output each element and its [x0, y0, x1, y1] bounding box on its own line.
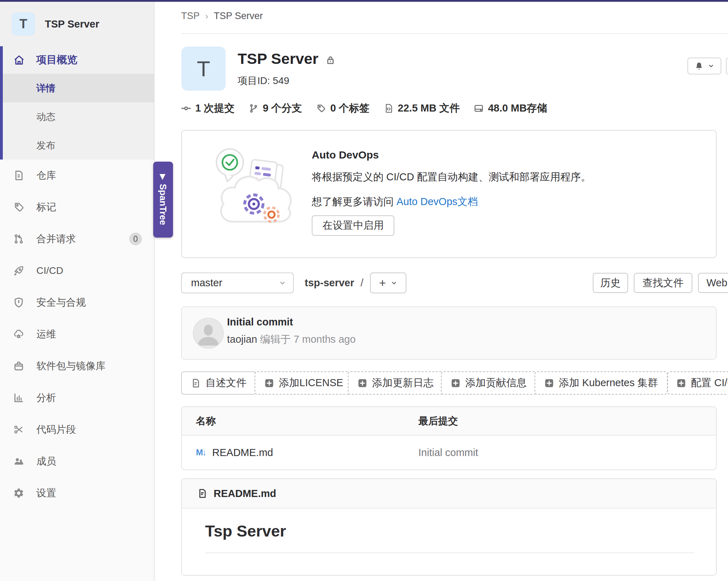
notification-button[interactable] [687, 58, 721, 74]
repo-path-root[interactable]: tsp-server [305, 277, 354, 289]
button-label: 添加更新日志 [372, 376, 434, 390]
sidebar-subitem-label: 发布 [36, 139, 55, 152]
auto-devops-doc-link[interactable]: Auto DevOps文档 [396, 196, 478, 207]
sidebar-item-snippets[interactable]: 代码片段 [0, 414, 154, 445]
chevron-down-icon [708, 63, 714, 69]
repo-path: tsp-server / [305, 272, 363, 293]
stat-storage[interactable]: 48.0 MB存储 [474, 101, 547, 115]
button-label: 配置 CI/CD [691, 376, 728, 390]
breadcrumb-divider [181, 33, 728, 34]
sidebar-item-security[interactable]: 安全与合规 [0, 287, 154, 318]
sidebar-item-labels[interactable]: 标记 [0, 191, 154, 223]
add-changelog-button[interactable]: 添加更新日志 [348, 371, 443, 395]
setup-cicd-button[interactable]: 配置 CI/CD [667, 371, 728, 395]
button-label: 添加贡献信息 [465, 376, 527, 390]
tag-icon [316, 103, 326, 113]
sidebar-item-label: 分析 [36, 391, 56, 405]
auto-devops-description: 将根据预定义的 CI/CD 配置自动构建、测试和部署应用程序。 [312, 170, 591, 184]
readme-header[interactable]: README.md [182, 479, 716, 509]
column-header-last-commit: 最后提交 [418, 414, 458, 428]
markdown-icon: M↓ [196, 448, 206, 457]
file-name-link[interactable]: README.md [212, 447, 273, 459]
enable-in-settings-button[interactable]: 在设置中启用 [312, 215, 394, 236]
sidebar-item-label: 成员 [36, 455, 56, 468]
analytics-icon [13, 392, 24, 403]
breadcrumb-group[interactable]: TSP [181, 11, 200, 22]
stat-label: 0 个标签 [330, 101, 369, 115]
star-button-partial[interactable] [726, 58, 728, 74]
add-file-dropdown[interactable]: + [370, 272, 406, 293]
stat-label: 9 个分支 [263, 101, 302, 115]
project-sidebar: T TSP Server 项目概览 详情 动态 发布 仓库 [0, 2, 155, 581]
sidebar-item-label: 仓库 [36, 169, 56, 182]
sidebar-item-project-overview[interactable]: 项目概览 [3, 46, 154, 74]
page-title: TSP Server [238, 50, 318, 67]
readme-heading-rule [205, 552, 694, 553]
find-file-button[interactable]: 查找文件 [634, 273, 692, 293]
project-avatar: T [181, 47, 226, 91]
readme-filename: README.md [214, 488, 276, 499]
button-label: 添加LICENSE [279, 376, 343, 390]
table-row-readme[interactable]: M↓ README.md Initial commit [182, 436, 716, 469]
chevron-right-icon: › [205, 11, 208, 21]
bell-icon [694, 61, 704, 71]
sidebar-item-repository[interactable]: 仓库 [0, 160, 154, 191]
sidebar-section-overview: 项目概览 详情 动态 发布 [0, 46, 154, 160]
readme-panel: README.md Tsp Server [181, 478, 717, 576]
file-icon [191, 378, 201, 388]
web-ide-button[interactable]: Web IDE [698, 273, 728, 293]
sidebar-item-activity[interactable]: 动态 [3, 102, 154, 131]
add-kubernetes-cluster-button[interactable]: 添加 Kubernetes 集群 [535, 371, 668, 395]
breadcrumb-project[interactable]: TSP Server [214, 11, 263, 22]
learn-more-prefix: 想了解更多请访问 [312, 196, 396, 207]
spantree-plugin-tab[interactable]: ▶ SpanTree [153, 162, 173, 238]
add-license-button[interactable]: 添加LICENSE [255, 371, 353, 395]
sidebar-item-label: 安全与合规 [36, 296, 86, 309]
commit-title[interactable]: Initial commit [227, 316, 293, 328]
sidebar-item-merge-requests[interactable]: 合并请求 0 [0, 223, 154, 255]
file-tree-table: 名称 最后提交 M↓ README.md Initial commit [181, 406, 717, 470]
branch-name: master [191, 277, 222, 289]
file-last-commit-link[interactable]: Initial commit [418, 447, 478, 459]
plus-square-icon [451, 378, 460, 388]
stat-branches[interactable]: 9 个分支 [249, 101, 302, 115]
plus-square-icon [676, 378, 686, 388]
sidebar-item-settings[interactable]: 设置 [0, 477, 154, 509]
auto-devops-learn-more: 想了解更多请访问 Auto DevOps文档 [312, 195, 478, 209]
readme-file-button[interactable]: 自述文件 [181, 371, 256, 395]
scissors-icon [13, 424, 24, 435]
commit-author-avatar[interactable] [193, 318, 223, 348]
add-contributing-button[interactable]: 添加贡献信息 [441, 371, 537, 395]
stat-label: 1 次提交 [195, 101, 234, 115]
sidebar-item-members[interactable]: 成员 [0, 445, 154, 477]
rocket-icon [13, 265, 24, 276]
repository-icon [13, 170, 24, 181]
commit-author[interactable]: taojian [227, 334, 257, 345]
sidebar-item-packages[interactable]: 软件包与镜像库 [0, 350, 154, 382]
sidebar-item-label: 代码片段 [36, 423, 76, 436]
branch-selector[interactable]: master [181, 272, 294, 293]
file-table-header: 名称 最后提交 [182, 407, 716, 436]
commit-time: 编辑于 7 months ago [257, 334, 356, 345]
members-icon [13, 456, 24, 467]
commit-meta: taojian 编辑于 7 months ago [227, 333, 356, 347]
file-icon [197, 489, 207, 498]
sidebar-item-analytics[interactable]: 分析 [0, 382, 154, 414]
home-icon [13, 54, 25, 66]
stat-tags[interactable]: 0 个标签 [316, 101, 369, 115]
sidebar-item-details[interactable]: 详情 [3, 74, 154, 102]
sidebar-item-operations[interactable]: 运维 [0, 318, 154, 350]
plus-square-icon [358, 378, 367, 388]
stat-files[interactable]: 22.5 MB 文件 [384, 101, 460, 115]
sidebar-item-cicd[interactable]: CI/CD [0, 255, 154, 287]
sidebar-item-releases[interactable]: 发布 [3, 131, 154, 160]
sidebar-item-label: 标记 [36, 200, 56, 214]
stat-commits[interactable]: 1 次提交 [181, 101, 234, 115]
spantree-label: SpanTree [158, 184, 169, 225]
button-label: 添加 Kubernetes 集群 [559, 376, 658, 390]
sidebar-item-label: CI/CD [36, 265, 63, 276]
devops-illustration [214, 145, 299, 233]
stat-label: 22.5 MB 文件 [398, 101, 460, 115]
history-button[interactable]: 历史 [593, 273, 628, 293]
sidebar-context-header[interactable]: T TSP Server [0, 2, 154, 46]
